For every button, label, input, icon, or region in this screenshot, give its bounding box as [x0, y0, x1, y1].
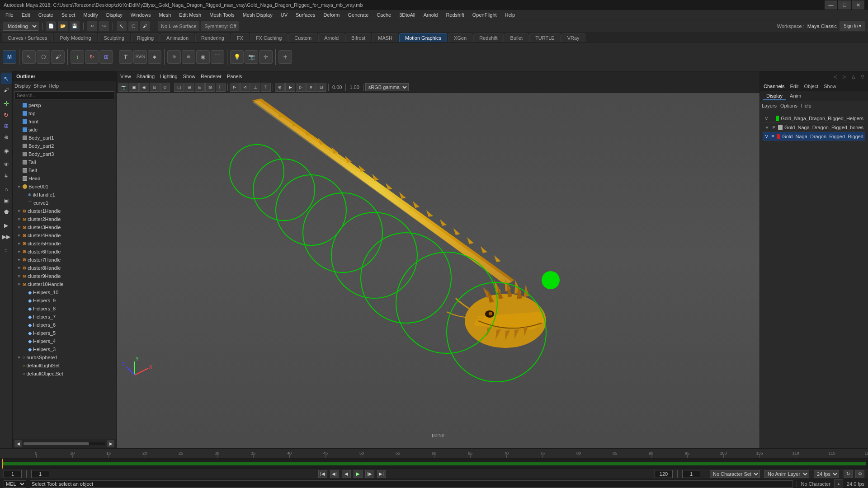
- tab-curves-surfaces[interactable]: Curves / Surfaces: [2, 33, 53, 42]
- menu-cache[interactable]: Cache: [373, 11, 395, 19]
- universal-manip-btn[interactable]: ⊕: [1, 132, 12, 143]
- layer-play-bones[interactable]: P: [771, 124, 776, 131]
- mash-network-btn[interactable]: ⊕: [167, 50, 181, 64]
- tree-item-nurbs[interactable]: ▼ ○ nurbsSphere1: [13, 353, 116, 361]
- tab-vray[interactable]: VRay: [561, 33, 585, 42]
- mash-curve-btn[interactable]: ⌒: [211, 50, 224, 64]
- layer-vis-rigged[interactable]: V: [764, 133, 769, 140]
- vt-top-panel[interactable]: ⊟: [195, 83, 205, 92]
- layer-vis-helpers[interactable]: V: [764, 115, 768, 122]
- tree-item-helpers3[interactable]: ◆ Helpers_3: [13, 345, 116, 353]
- outliner-menu-show[interactable]: Show: [33, 83, 46, 89]
- tree-item-objset[interactable]: ○ defaultObjectSet: [13, 370, 116, 378]
- vt-one-panel[interactable]: ▢: [174, 83, 184, 92]
- tree-item-persp[interactable]: persp: [13, 101, 116, 109]
- tab-bullet[interactable]: Bullet: [505, 33, 529, 42]
- outliner-search-input[interactable]: [14, 91, 114, 99]
- layer-bones[interactable]: V P Gold_Naga_Dragon_Rigged_bones: [763, 123, 865, 132]
- vt-xray-btn[interactable]: ⊡: [150, 83, 160, 92]
- tab-animation[interactable]: Animation: [160, 33, 194, 42]
- menu-create[interactable]: Create: [35, 11, 57, 19]
- paint-mode-btn[interactable]: 🖌: [1, 84, 12, 95]
- rp-icon-2[interactable]: ▷: [841, 73, 848, 80]
- tree-item-helpers7[interactable]: ◆ Helpers_7: [13, 313, 116, 321]
- tab-mash[interactable]: MASH: [372, 33, 398, 42]
- viewport-scene[interactable]: X Y Z persp: [117, 81, 760, 439]
- go-end-btn[interactable]: ▶|: [377, 470, 386, 478]
- tree-item-cluster5[interactable]: ▼ ⊠ cluster5Handle: [13, 239, 116, 248]
- text-btn[interactable]: T: [119, 50, 132, 64]
- tree-item-belt[interactable]: Belt: [13, 166, 116, 174]
- tree-item-cluster9[interactable]: ▼ ⊠ cluster9Handle: [13, 272, 116, 280]
- menu-mesh-tools[interactable]: Mesh Tools: [206, 11, 238, 19]
- layer-play-rigged[interactable]: P: [771, 133, 775, 140]
- tab-redshift[interactable]: Redshift: [473, 33, 503, 42]
- lasso-tool-btn[interactable]: ⬡: [128, 21, 138, 31]
- open-btn[interactable]: 📂: [58, 21, 68, 31]
- show-hide-btn[interactable]: 👁: [1, 159, 12, 170]
- go-start-btn[interactable]: |◀: [318, 470, 327, 478]
- fps-select[interactable]: 24 fps: [814, 470, 839, 478]
- menu-edit[interactable]: Edit: [18, 11, 34, 19]
- dat-display[interactable]: Display: [763, 92, 786, 100]
- rp-icon-3[interactable]: △: [850, 73, 857, 80]
- layer-helpers[interactable]: V Gold_Naga_Dragon_Rigged_Helpers: [763, 114, 865, 123]
- tree-item-curve1[interactable]: ⌒ curve1: [13, 199, 116, 207]
- menu-display[interactable]: Display: [103, 11, 126, 19]
- close-button[interactable]: ✕: [852, 0, 864, 9]
- menu-mesh-display[interactable]: Mesh Display: [239, 11, 276, 19]
- add-node-btn[interactable]: +: [278, 50, 292, 64]
- play-fwd-btn[interactable]: ▶: [354, 470, 363, 478]
- tree-item-ikhandle[interactable]: ⊕ ikHandle1: [13, 191, 116, 199]
- tab-rigging[interactable]: Rigging: [131, 33, 160, 42]
- vt-smooth-btn[interactable]: ◉: [139, 83, 149, 92]
- redo-btn[interactable]: ↪: [99, 21, 109, 31]
- gamma-select[interactable]: sRGB gamma: [365, 83, 409, 91]
- tree-item-cluster4[interactable]: ▼ ⊠ cluster4Handle: [13, 231, 116, 239]
- rph-show[interactable]: Show: [824, 84, 836, 89]
- options-btn[interactable]: Options: [780, 103, 797, 108]
- tree-item-body1[interactable]: Body_part1: [13, 134, 116, 142]
- range-end-input[interactable]: 120: [655, 470, 673, 478]
- tree-item-side[interactable]: side: [13, 126, 116, 134]
- menu-edit-mesh[interactable]: Edit Mesh: [175, 11, 205, 19]
- mel-input[interactable]: [30, 480, 793, 488]
- tree-item-head[interactable]: Head: [13, 174, 116, 183]
- menu-windows[interactable]: Windows: [127, 11, 155, 19]
- new-scene-btn[interactable]: 📄: [46, 21, 56, 31]
- vt-ipr-btn[interactable]: ▷: [296, 83, 306, 92]
- tab-fx[interactable]: FX: [231, 33, 249, 42]
- vt-isolate-btn[interactable]: ⊙: [160, 83, 170, 92]
- tree-item-cluster10[interactable]: ▼ ⊠ cluster10Handle: [13, 280, 116, 288]
- tree-item-body3[interactable]: Body_part3: [13, 150, 116, 158]
- modeling-dropdown[interactable]: Modeling: [3, 22, 38, 31]
- tree-item-cluster7[interactable]: ▼ ⊠ cluster7Handle: [13, 256, 116, 264]
- lasso-shelf-btn[interactable]: ⬡: [37, 50, 50, 64]
- vt-wireframe-btn[interactable]: ▣: [129, 83, 139, 92]
- menu-deform[interactable]: Deform: [320, 11, 343, 19]
- tree-item-cluster2[interactable]: ▼ ⊠ cluster2Handle: [13, 215, 116, 223]
- poly-btn[interactable]: ◆: [148, 50, 161, 64]
- tree-item-tail[interactable]: Tail: [13, 158, 116, 166]
- rp-icon-4[interactable]: ▽: [859, 73, 866, 80]
- undo-btn[interactable]: ↩: [87, 21, 97, 31]
- save-btn[interactable]: 💾: [70, 21, 80, 31]
- rph-object[interactable]: Object: [804, 84, 818, 89]
- outliner-scroll-left[interactable]: ◀: [14, 440, 22, 447]
- sign-in-btn[interactable]: Sign In ▾: [840, 21, 865, 31]
- move-btn[interactable]: ✛: [1, 98, 12, 109]
- menu-openflight[interactable]: OpenFlight: [469, 11, 500, 19]
- select-shelf-btn[interactable]: ↖: [22, 50, 36, 64]
- vt-camera-btn[interactable]: 📷: [118, 83, 128, 92]
- play-back-btn[interactable]: ◀: [342, 470, 351, 478]
- mash-color-btn[interactable]: ◉: [196, 50, 210, 64]
- tab-poly-modeling[interactable]: Poly Modeling: [54, 33, 97, 42]
- tab-fx-caching[interactable]: FX Caching: [250, 33, 288, 42]
- tab-xgen[interactable]: XGen: [448, 33, 472, 42]
- paint-shelf-btn[interactable]: 🖌: [51, 50, 65, 64]
- viewport-menu-lighting[interactable]: Lighting: [160, 74, 178, 79]
- layer-play-helpers[interactable]: [770, 115, 774, 122]
- tree-item-bone001[interactable]: ▼ Bone001: [13, 183, 116, 191]
- menu-help[interactable]: Help: [501, 11, 519, 19]
- poly-select-btn[interactable]: ⬟: [1, 206, 12, 217]
